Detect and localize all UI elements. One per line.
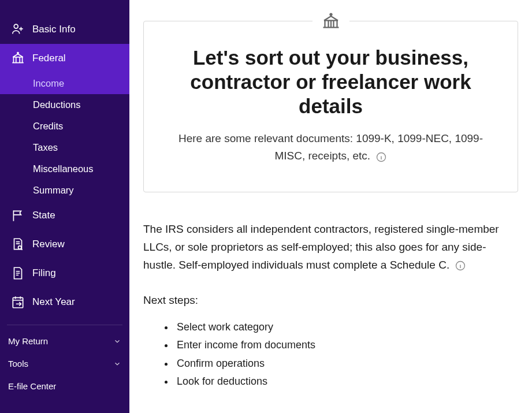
footer-label: My Return [8, 336, 48, 346]
nav-label: Review [32, 239, 65, 250]
subnav-item-miscellaneous[interactable]: Miscellaneous [0, 158, 129, 180]
nav-label: Federal [32, 53, 66, 64]
primary-nav: Basic Info Federal Income Deductions Cre… [0, 0, 129, 317]
footer-item-efile-center[interactable]: E-file Center [0, 375, 129, 397]
step-item: Enter income from documents [174, 336, 518, 355]
step-item: Confirm operations [174, 355, 518, 373]
sidebar-footer: My Return Tools E-file Center [0, 330, 129, 397]
chevron-down-icon [113, 337, 121, 345]
sidebar-divider [7, 325, 122, 325]
info-icon[interactable] [375, 151, 387, 163]
subnav-item-taxes[interactable]: Taxes [0, 137, 129, 158]
calendar-arrow-icon [10, 295, 25, 310]
nav-label: Basic Info [32, 24, 76, 35]
main-content: Let's sort out your business, contractor… [129, 0, 532, 413]
footer-item-tools[interactable]: Tools [0, 352, 129, 375]
gov-building-icon [321, 11, 341, 32]
info-icon[interactable] [455, 260, 466, 271]
steps-list: Select work category Enter income from d… [143, 318, 518, 391]
next-steps-label: Next steps: [143, 294, 518, 307]
footer-label: E-file Center [8, 381, 56, 391]
step-item: Look for deductions [174, 373, 518, 391]
nav-item-review[interactable]: Review [0, 230, 129, 259]
doc-search-icon [10, 237, 25, 252]
nav-label: Filing [32, 267, 56, 279]
hero-icon-holder [312, 11, 349, 32]
doc-icon [10, 266, 25, 281]
svg-rect-3 [13, 297, 23, 307]
step-item: Select work category [174, 318, 518, 337]
flag-icon [10, 208, 25, 223]
user-icon [10, 22, 25, 37]
hero-subtitle-row: Here are some relevant documents: 1099-K… [163, 130, 498, 165]
federal-subnav: Income Deductions Credits Taxes Miscella… [0, 73, 129, 201]
subnav-item-credits[interactable]: Credits [0, 116, 129, 137]
nav-item-filing[interactable]: Filing [0, 259, 129, 288]
footer-label: Tools [8, 359, 28, 369]
hero-subtitle: Here are some relevant documents: 1099-K… [178, 132, 483, 162]
nav-item-next-year[interactable]: Next Year [0, 288, 129, 317]
subnav-item-income[interactable]: Income [0, 73, 129, 94]
subnav-item-deductions[interactable]: Deductions [0, 94, 129, 116]
nav-item-basic-info[interactable]: Basic Info [0, 15, 129, 44]
svg-point-1 [17, 53, 18, 54]
footer-item-my-return[interactable]: My Return [0, 330, 129, 352]
body-paragraph: The IRS considers all independent contra… [143, 223, 499, 271]
subnav-item-summary[interactable]: Summary [0, 180, 129, 201]
page-title: Let's sort out your business, contractor… [163, 46, 498, 118]
gov-building-icon [10, 51, 25, 66]
nav-item-state[interactable]: State [0, 201, 129, 230]
chevron-down-icon [113, 360, 121, 368]
svg-point-4 [330, 14, 332, 16]
svg-point-0 [14, 24, 18, 28]
sidebar: Basic Info Federal Income Deductions Cre… [0, 0, 129, 413]
body-paragraph-row: The IRS considers all independent contra… [143, 220, 518, 274]
svg-point-2 [18, 246, 21, 249]
hero-box: Let's sort out your business, contractor… [143, 21, 518, 192]
nav-item-federal[interactable]: Federal [0, 44, 129, 73]
nav-label: State [32, 210, 55, 221]
nav-label: Next Year [32, 296, 75, 308]
